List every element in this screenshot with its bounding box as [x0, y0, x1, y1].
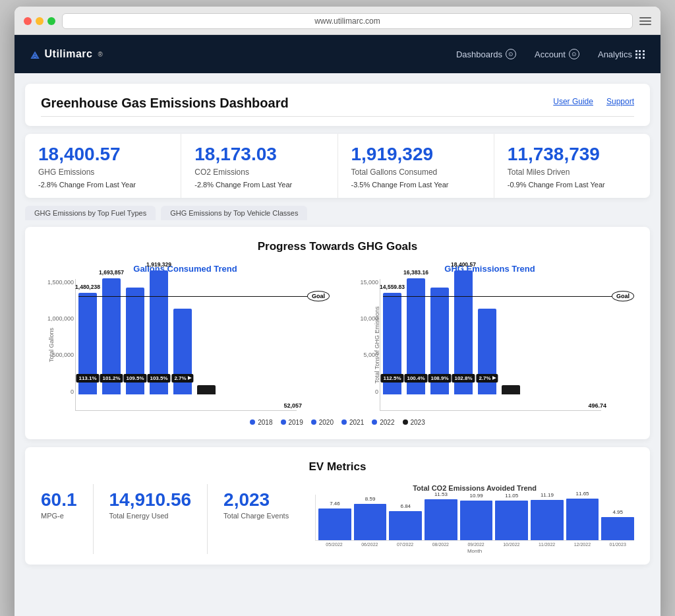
- bar-2018-bar: 113.1%: [78, 293, 97, 394]
- ev-bar-122022: 11.65: [566, 499, 599, 540]
- ghg-goal-line: [383, 296, 630, 297]
- legend-2021: 2021: [341, 419, 364, 426]
- legend-dot-2018: [250, 419, 255, 425]
- bar-2019-pct: 101.2%: [100, 374, 123, 383]
- ghg-chart-title: GHG Emissions Trend: [345, 264, 634, 274]
- y-label-0g: 0: [44, 388, 74, 395]
- tab-vehicle-classes[interactable]: GHG Emissions by Top Vehicle Classes: [161, 206, 307, 220]
- ev-bar-012023-value: 4.95: [612, 509, 623, 515]
- metric-gallons: 1,919,329 Total Gallons Consumed -3.5% C…: [338, 134, 494, 198]
- legend-dot-2021: [341, 419, 347, 425]
- ev-bar-072022-bar: [389, 511, 422, 540]
- miles-change: -0.9% Change From Last Year: [508, 181, 637, 189]
- legend-label-2019: 2019: [289, 419, 303, 426]
- minimize-dot[interactable]: [36, 17, 44, 25]
- ev-bar-072022-value: 6.84: [400, 503, 411, 509]
- ev-bar-052022: 7.46: [318, 508, 351, 540]
- ghg-chart-container: GHG Emissions Trend Total Tons of GHG Em…: [345, 264, 634, 411]
- bar-2020-bar: 109.5%: [126, 288, 144, 394]
- nav-analytics[interactable]: Analytics: [598, 49, 645, 59]
- ghg-bar-chart: Goal 14,559.83 112.5%: [380, 279, 601, 411]
- gallons-bottom-value: 52,057: [283, 402, 302, 409]
- address-bar[interactable]: www.utilimarc.com: [62, 13, 633, 29]
- y-label-5k: 5,000: [348, 352, 378, 358]
- ev-energy-label: Total Energy Used: [109, 512, 192, 520]
- expand-dot[interactable]: [47, 17, 55, 25]
- dashboards-icon: ⊙: [506, 49, 516, 59]
- logo-text: Utilimarc: [45, 48, 93, 60]
- bar-2023: [197, 385, 216, 394]
- ghg-bar-2023-bar: [502, 385, 520, 394]
- bar-2021-value: 1,919,329: [146, 261, 171, 268]
- bar-2019-value: 1,693,857: [99, 269, 124, 276]
- ev-x-112022: 11/2022: [531, 542, 564, 547]
- gallons-y-axis: 1,500,000 1,000,000 500,000 0: [44, 279, 74, 395]
- ev-title: EV Metrics: [41, 460, 634, 474]
- browser-menu-icon[interactable]: [639, 17, 651, 25]
- chart-tabs-row: GHG Emissions by Top Fuel Types GHG Emis…: [25, 206, 650, 220]
- ev-bar-082022-value: 11.53: [434, 491, 448, 497]
- gallons-chart-title: Gallons Consumed Trend: [41, 264, 330, 274]
- legend-dot-2022: [372, 419, 377, 425]
- co2-value: 18,173.03: [194, 144, 324, 165]
- nav-account-label: Account: [535, 49, 566, 59]
- support-link[interactable]: Support: [606, 97, 634, 106]
- dashboard-header-card: Greenhouse Gas Emissions Dashboard User …: [25, 84, 650, 126]
- legend-label-2018: 2018: [258, 419, 272, 426]
- ev-energy-value: 14,910.56: [109, 489, 192, 510]
- ev-bar-102022-bar: [495, 501, 528, 540]
- progress-title: Progress Towards GHG Goals: [41, 240, 634, 253]
- ghg-bar-2021-value: 18,400.57: [451, 261, 476, 268]
- ev-chart-area: Total CO2 Emissions Avoided Trend 7.46 8…: [315, 484, 634, 554]
- ghg-change: -2.8% Change From Last Year: [38, 181, 167, 189]
- ev-bar-chart: 7.46 8.59 6.84 11.53: [315, 495, 634, 541]
- legend-label-2020: 2020: [319, 419, 334, 426]
- charts-row: Gallons Consumed Trend Total Gallons 1,5…: [41, 264, 634, 411]
- ghg-bar-2018-value: 14,559.83: [380, 284, 405, 290]
- bar-2020: 109.5%: [126, 288, 144, 394]
- y-label-10k: 10,000: [348, 315, 378, 322]
- close-dot[interactable]: [24, 17, 32, 25]
- nav-links: Dashboards ⊙ Account ⊙ Analytics: [456, 49, 645, 59]
- gallons-label: Total Gallons Consumed: [351, 168, 481, 177]
- co2-change: -2.8% Change From Last Year: [194, 181, 324, 189]
- y-label-15k: 15,000: [348, 279, 378, 286]
- nav-logo: ⟁ Utilimarc ®: [30, 46, 103, 63]
- ev-section: EV Metrics 60.1 MPG-e 14,910.56 Total En…: [25, 447, 650, 565]
- ev-bar-052022-value: 7.46: [330, 501, 340, 507]
- miles-value: 11,738,739: [508, 144, 637, 165]
- nav-dashboards[interactable]: Dashboards ⊙: [456, 49, 516, 59]
- browser-chrome: www.utilimarc.com: [15, 7, 660, 35]
- ev-x-122022: 12/2022: [566, 542, 599, 547]
- chart-legend: 2018 2019 2020 2021 2022: [41, 419, 634, 426]
- ev-charge-label: Total Charge Events: [223, 512, 289, 520]
- ev-bar-012023: 4.95: [601, 517, 634, 540]
- logo-icon: ⟁: [30, 46, 40, 63]
- ghg-bar-2021-bar: 102.8%: [454, 270, 473, 394]
- metrics-cards: 18,400.57 GHG Emissions -2.8% Change Fro…: [25, 134, 650, 198]
- ev-energy: 14,910.56 Total Energy Used: [109, 484, 208, 554]
- legend-2018: 2018: [250, 419, 272, 426]
- progress-section: Progress Towards GHG Goals Gallons Consu…: [25, 227, 650, 439]
- tab-fuel-types[interactable]: GHG Emissions by Top Fuel Types: [25, 206, 156, 220]
- nav-account[interactable]: Account ⊙: [535, 49, 579, 59]
- ghg-bar-2018-pct: 112.5%: [380, 374, 403, 383]
- ev-mpge-value: 60.1: [41, 489, 77, 510]
- ev-metrics-row: 60.1 MPG-e 14,910.56 Total Energy Used 2…: [41, 484, 634, 554]
- bar-2022-bar: 2.7% ▶: [173, 309, 192, 394]
- bar-2022: 2.7% ▶: [173, 309, 192, 394]
- gallons-chart-container: Gallons Consumed Trend Total Gallons 1,5…: [41, 264, 330, 411]
- main-content: Greenhouse Gas Emissions Dashboard User …: [15, 73, 660, 616]
- ghg-bar-2022-bar: 2.7% ▶: [478, 309, 496, 394]
- bar-2018: 1,480,238 113.1%: [78, 293, 97, 394]
- ev-x-092022: 09/2022: [459, 542, 492, 547]
- y-label-1000k: 1,000,000: [44, 315, 74, 322]
- ev-bar-112022-bar: [531, 500, 564, 540]
- bar-2018-pct: 113.1%: [76, 374, 99, 383]
- user-guide-link[interactable]: User Guide: [553, 97, 593, 106]
- ghg-bottom-value: 496.74: [588, 402, 606, 409]
- ghg-y-axis: 15,000 10,000 5,000 0: [348, 279, 378, 395]
- ghg-bar-2022: 2.7% ▶: [478, 309, 496, 394]
- ev-x-102022: 10/2022: [495, 542, 528, 547]
- ev-bar-112022-value: 11.19: [541, 492, 554, 498]
